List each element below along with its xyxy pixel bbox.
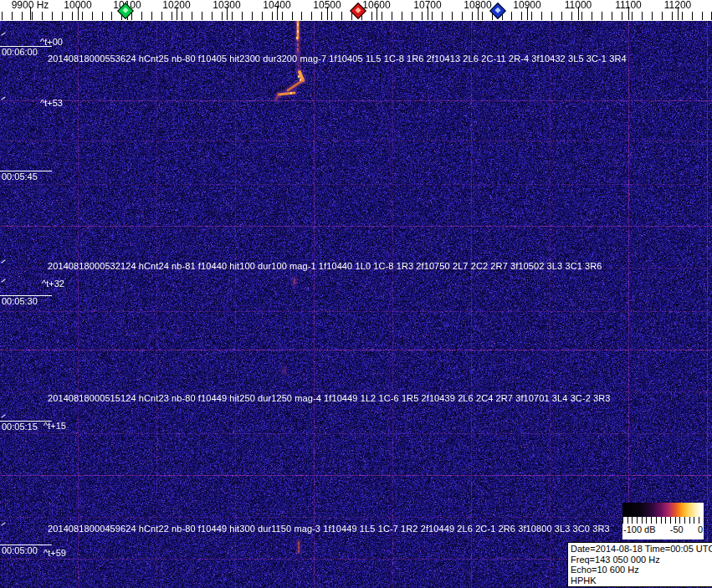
intensity-colorbar: -100 dB -50 0 (622, 503, 704, 539)
freq-label-7: 10600 (362, 0, 390, 11)
caret-label-3: ^t+15 (44, 421, 66, 431)
detection-line-2: 20140818000515124 hCnt23 nb-80 f10449 hi… (48, 393, 611, 403)
detection-line-3: 20140818000459624 hCnt22 nb-80 f10449 hi… (48, 524, 610, 534)
freq-label-10: 10900 (513, 0, 540, 11)
freq-label-3: 10200 (162, 0, 190, 11)
info-date-time: Date=2014-08-18 Time=00:05 UTC (571, 544, 712, 555)
detection-line-1: 20140818000532124 hCnt24 nb-81 f10440 hi… (48, 261, 602, 271)
time-label-0: 00:06:00 (2, 47, 38, 57)
colorbar-labels: -100 dB -50 0 (622, 524, 704, 534)
freq-label-4: 10300 (213, 0, 240, 11)
info-frequency: Freq=143 050 000 Hz (571, 555, 712, 565)
freq-label-12: 11100 (615, 0, 642, 11)
colorbar-max-label: 0 (698, 524, 703, 534)
time-label-3: 00:05:15 (2, 422, 38, 432)
time-label-2: 00:05:30 (2, 296, 38, 306)
info-echo: Echo=10 600 Hz (571, 565, 712, 575)
spectrogram-waterfall (0, 21, 712, 588)
freq-label-6: 10500 (313, 0, 341, 11)
time-label-1: 00:05:45 (2, 171, 38, 182)
marker-blue-center-dot (494, 8, 500, 13)
status-info-box: Date=2014-08-18 Time=00:05 UTC Freq=143 … (567, 542, 712, 587)
freq-label-8: 10700 (413, 0, 441, 11)
colorbar-gradient (622, 503, 704, 517)
caret-label-4: ^t+59 (44, 548, 66, 558)
freq-label-5: 10400 (263, 0, 290, 11)
freq-label-0: 9900 Hz (12, 0, 49, 11)
freq-label-9: 10800 (464, 0, 491, 11)
freq-label-1: 10000 (64, 0, 91, 11)
info-station-id: HPHK (571, 575, 712, 586)
marker-green-center-dot (122, 8, 128, 13)
detection-line-0: 20140818000553624 hCnt25 nb-80 f10405 hi… (48, 54, 627, 64)
freq-label-13: 11200 (664, 0, 691, 11)
time-label-4: 00:05:00 (2, 545, 38, 555)
freq-label-11: 11000 (565, 0, 592, 11)
colorbar-mid-label: -50 (670, 524, 684, 534)
frequency-ruler: 9900 Hz100001010010200103001040010500106… (0, 0, 712, 21)
colorbar-ticks (622, 517, 704, 524)
caret-label-0: ^t+00 (40, 37, 63, 47)
marker-red-center-dot (355, 8, 361, 13)
colorbar-min-label: -100 dB (623, 524, 656, 534)
caret-label-2: ^t+32 (42, 279, 64, 289)
caret-label-1: ^t+53 (40, 98, 63, 108)
